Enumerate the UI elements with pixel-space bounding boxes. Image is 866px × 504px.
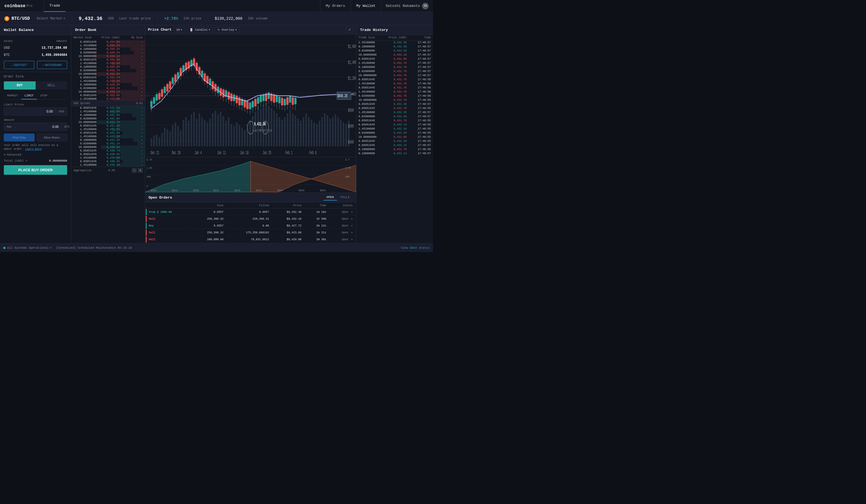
- deposit-button[interactable]: ↓ DEPOSIT: [4, 61, 34, 69]
- place-order-button[interactable]: PLACE BUY ORDER: [4, 165, 67, 175]
- table-row[interactable]: 0.020000009,431.84-: [71, 117, 145, 121]
- table-row[interactable]: 0.858516459,434.54-: [71, 40, 145, 44]
- table-row[interactable]: Sell 100,000.00 76,831.8912 $9,429.08 2m…: [146, 236, 355, 243]
- list-item[interactable]: 0.858516459,432.3617:40:57: [356, 102, 433, 106]
- svg-rect-163: [257, 97, 259, 103]
- overlay-btn[interactable]: ∿ Overlay ▾: [215, 27, 239, 33]
- select-market-btn[interactable]: Select Market ▾: [36, 16, 65, 21]
- list-item[interactable]: 1.451000009,432.3617:40:57: [356, 110, 433, 114]
- table-row[interactable]: 1.451000009,431.34-: [71, 135, 145, 138]
- list-item[interactable]: 0.858516459,431.8917:40:57: [356, 57, 433, 61]
- table-row[interactable]: 0.858516459,434.04-: [71, 58, 145, 61]
- table-row[interactable]: 0.100000009,434.34-: [71, 47, 145, 51]
- table-row[interactable]: 0.858516459,433.04-: [71, 94, 145, 97]
- list-item[interactable]: 1.451000009,432.1817:40:55: [356, 127, 433, 131]
- table-row[interactable]: Sell 256,398.32 175,250.888192 $9,423.89…: [146, 229, 355, 236]
- list-item[interactable]: 0.858516459,431.7617:40:55: [356, 106, 433, 110]
- list-item[interactable]: 0.858516459,432.3617:40:55: [356, 139, 433, 143]
- list-item[interactable]: 0.100000009,431.7617:40:57: [356, 65, 433, 69]
- table-row[interactable]: 0.020000009,433.74-: [71, 69, 145, 72]
- my-orders-btn[interactable]: My Orders: [320, 0, 351, 12]
- table-row[interactable]: 0.858516459,432.14-: [71, 106, 145, 110]
- table-row[interactable]: 0.020000009,434.24-: [71, 51, 145, 55]
- table-row[interactable]: 19.000000009,433.64-: [71, 72, 145, 76]
- user-menu[interactable]: Satoshi Nakamoto SN: [381, 0, 433, 12]
- list-item[interactable]: 0.858516459,432.1417:40:57: [356, 143, 433, 147]
- learn-more-link[interactable]: Learn more: [25, 148, 42, 151]
- table-row[interactable]: Buy 9.6557 8.00 $9,427.72 2m 12s Open ✕: [146, 223, 355, 229]
- table-row[interactable]: 0.100000009,431.24-: [71, 138, 145, 142]
- list-item[interactable]: 1.451000009,431.7617:40:56: [356, 90, 433, 94]
- list-item[interactable]: 1.451000009,431.7617:40:57: [356, 61, 433, 65]
- table-row[interactable]: 0.100000009,431.94-: [71, 113, 145, 117]
- table-row[interactable]: 1.451000009,432.94-: [71, 97, 145, 101]
- list-item[interactable]: 0.858516459,432.1417:40:55: [356, 123, 433, 127]
- tab-open[interactable]: OPEN: [323, 194, 337, 201]
- timeframe-1m[interactable]: 1M ▾: [174, 27, 185, 33]
- post-only-button[interactable]: Post Only: [4, 134, 34, 141]
- table-row[interactable]: 19.000000009,434.14-: [71, 55, 145, 58]
- table-row[interactable]: 19.000000009,431.74-: [71, 121, 145, 124]
- sell-tab[interactable]: SELL: [36, 81, 67, 90]
- table-row[interactable]: 0.858516459,431.44-: [71, 131, 145, 135]
- nav-tab-trade[interactable]: Trade: [44, 0, 66, 12]
- candles-btn[interactable]: ▐▌ Candles ▾: [187, 27, 213, 33]
- tab-stop[interactable]: STOP: [37, 92, 51, 99]
- maker-note: Your order will only execute as a maker …: [4, 144, 67, 151]
- tab-market[interactable]: MARKET: [4, 92, 21, 99]
- table-row[interactable]: 0.858516459,431.64-: [71, 124, 145, 128]
- allow-maker-button[interactable]: Allow Maker: [37, 134, 67, 141]
- buy-tab[interactable]: BUY: [4, 81, 36, 90]
- list-item[interactable]: 0.858516459,431.7617:40:55: [356, 119, 433, 123]
- order-price: $9,432.16: [272, 216, 304, 222]
- tab-fills[interactable]: FILLS: [337, 194, 353, 201]
- list-item[interactable]: 19.000000009,431.7617:40:57: [356, 74, 433, 78]
- amount-input[interactable]: [15, 123, 62, 131]
- list-item[interactable]: 19.000000009,431.7617:40:56: [356, 98, 433, 102]
- table-row[interactable]: 1.451000009,433.44-: [71, 79, 145, 83]
- table-row[interactable]: 1.451000009,430.34-: [71, 163, 145, 167]
- list-item[interactable]: 0.100000009,432.1417:40:57: [356, 152, 433, 156]
- agg-increase-btn[interactable]: +: [138, 168, 143, 173]
- table-row[interactable]: 0.858516459,433.54-: [71, 76, 145, 79]
- advanced-toggle[interactable]: ∨ Advanced: [4, 153, 67, 156]
- list-item[interactable]: 0.020000009,432.1017:40:57: [356, 114, 433, 119]
- table-row[interactable]: 0.020000009,431.14-: [71, 142, 145, 145]
- withdraw-button[interactable]: ↑ WITHDRAW: [37, 61, 67, 69]
- table-row[interactable]: 19.000000009,433.14-: [71, 90, 145, 94]
- table-row[interactable]: 0.020000009,433.24-: [71, 87, 145, 90]
- table-row[interactable]: 1.451000009,431.54-: [71, 128, 145, 131]
- list-item[interactable]: 1.451000009,432.3617:40:57: [356, 41, 433, 45]
- table-row[interactable]: 1.451000009,430.54-: [71, 156, 145, 160]
- expand-btn[interactable]: ⤢: [346, 27, 353, 33]
- gdax-status-link[interactable]: View GDAX Status: [401, 246, 430, 249]
- list-item[interactable]: 0.020000009,432.3617:40:57: [356, 49, 433, 53]
- table-row[interactable]: 0.858516459,430.64-: [71, 153, 145, 156]
- tab-limit[interactable]: LIMIT: [21, 92, 37, 99]
- table-row[interactable]: 0.858516459,430.44-: [71, 160, 145, 163]
- list-item[interactable]: 0.020000009,431.7617:40:56: [356, 94, 433, 98]
- list-item[interactable]: 0.020000009,432.2017:40:55: [356, 131, 433, 135]
- list-item[interactable]: 0.100000009,432.3617:40:57: [356, 45, 433, 49]
- list-item[interactable]: 0.858516459,431.7617:40:56: [356, 86, 433, 90]
- table-row[interactable]: 1.451000009,432.04-: [71, 110, 145, 113]
- my-wallet-btn[interactable]: My Wallet: [351, 0, 381, 12]
- order-type: Stop @ 1000.00: [146, 209, 191, 215]
- list-item[interactable]: 1.451000009,431.7617:40:56: [356, 82, 433, 86]
- limit-price-input[interactable]: [4, 108, 56, 115]
- list-item[interactable]: 0.100000009,431.7617:40:56: [356, 147, 433, 152]
- table-row[interactable]: Stop @ 1000.00 9.6557 9.6557 $9,432.36 1…: [146, 209, 355, 215]
- table-row[interactable]: 1.451000009,434.44-: [71, 44, 145, 47]
- table-row[interactable]: 0.858516459,430.74-: [71, 149, 145, 153]
- list-item[interactable]: 19.000000009,431.8917:40:55: [356, 135, 433, 139]
- table-row[interactable]: 19.000000009,430.84-: [71, 145, 145, 149]
- list-item[interactable]: 19.000000009,432.1017:40:57: [356, 53, 433, 57]
- svg-text:Jan 18: Jan 18: [240, 150, 249, 156]
- list-item[interactable]: 0.858516459,431.7617:40:56: [356, 78, 433, 82]
- agg-decrease-btn[interactable]: −: [132, 168, 137, 173]
- table-row[interactable]: Sell 256,398.32 220,368.31 $9,432.16 1h …: [146, 216, 355, 222]
- list-item[interactable]: 0.020000009,431.7617:40:57: [356, 69, 433, 74]
- table-row[interactable]: 1.451000009,433.94-: [71, 61, 145, 65]
- table-row[interactable]: 0.100000009,433.84-: [71, 65, 145, 69]
- table-row[interactable]: 0.100000009,433.34-: [71, 83, 145, 87]
